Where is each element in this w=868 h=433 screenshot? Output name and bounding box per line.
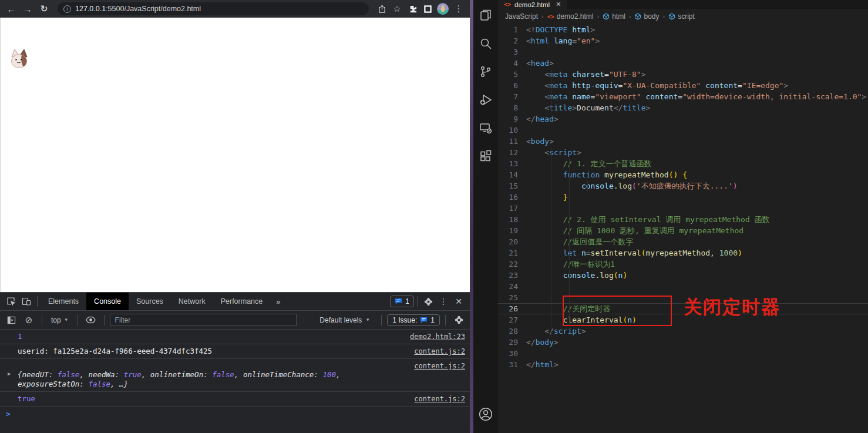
bookmark-star-icon[interactable]: ☆: [391, 3, 403, 15]
source-link[interactable]: content.js:2: [414, 361, 465, 371]
line-number: 25: [498, 292, 526, 303]
annotation-red-text: 关闭定时器: [684, 301, 780, 313]
devtools-close-icon[interactable]: ✕: [451, 294, 466, 308]
browser-menu-kebab-icon[interactable]: ⋮: [452, 2, 465, 15]
devtools-tab-sources[interactable]: Sources: [129, 293, 171, 310]
devtools-settings-gear-icon[interactable]: [420, 294, 436, 308]
run-debug-icon[interactable]: [473, 86, 498, 114]
address-bar[interactable]: i 127.0.0.1:5500/JavaScript/demo2.html: [58, 2, 369, 15]
console-toolbar: ⊘ top▼ Default levels▼ 1 Issue:: [0, 311, 470, 330]
source-link[interactable]: demo2.html:23: [410, 332, 465, 341]
breadcrumb-file[interactable]: <>demo2.html: [547, 12, 594, 21]
code-line: 23 console.log(n): [498, 270, 868, 281]
log-levels-dropdown[interactable]: Default levels▼: [314, 316, 376, 324]
console-output: demo2.html:231content.js:2userid: fa125e…: [0, 330, 470, 433]
devtools-tab-console[interactable]: Console: [86, 293, 129, 310]
symbol-cube-icon: [668, 13, 675, 20]
code-line: 15 console.log('不知疲倦的执行下去....'): [498, 180, 868, 192]
devtools-tab-network[interactable]: Network: [171, 293, 213, 310]
line-number: 6: [498, 80, 526, 91]
indent-guide: [587, 180, 588, 192]
remote-explorer-icon[interactable]: [473, 114, 498, 142]
explorer-icon[interactable]: [473, 1, 498, 29]
share-icon[interactable]: [376, 3, 388, 15]
devtools-tab-elements[interactable]: Elements: [41, 293, 86, 310]
extensions-icon[interactable]: [473, 142, 498, 170]
console-row: content.js:2userid: fa125e2a-d24a-f966-e…: [0, 344, 470, 359]
back-button[interactable]: ←: [5, 2, 18, 15]
source-link[interactable]: content.js:2: [414, 394, 465, 404]
devtools-tab-performance[interactable]: Performance: [213, 293, 271, 310]
devtools-tabbar: ElementsConsoleSourcesNetworkPerformance…: [0, 293, 470, 311]
code-line: 4<head>: [498, 58, 868, 69]
code-line: 20 //返回值是一个数字: [498, 236, 868, 247]
source-control-icon[interactable]: [473, 58, 498, 86]
site-info-icon[interactable]: i: [63, 5, 71, 13]
line-number: 14: [498, 169, 526, 180]
code-line: 22 //唯一标识为1: [498, 259, 868, 270]
context-selector[interactable]: top▼: [48, 316, 72, 324]
more-tabs-icon[interactable]: »: [270, 297, 286, 306]
code-line: 27 clearInterval(n): [498, 314, 868, 325]
code-editor: 1<!DOCTYPE html>2<html lang="en">34<head…: [498, 24, 868, 433]
device-toolbar-icon[interactable]: [19, 294, 34, 308]
breadcrumb-folder[interactable]: JavaScript: [505, 12, 538, 21]
tab-demo2-html[interactable]: <> demo2.html ✕: [498, 0, 567, 9]
code-line: 9</head>: [498, 113, 868, 125]
activity-bar: [473, 0, 498, 433]
console-filter-input[interactable]: [110, 314, 297, 326]
code-line: 8 <title>Document</title>: [498, 102, 868, 113]
console-row: content.js:2▶{needUT: false, needWa: tru…: [0, 359, 470, 392]
screen: ← → ↻ i 127.0.0.1:5500/JavaScript/demo2.…: [0, 0, 868, 433]
code-line: 31</html>: [498, 359, 868, 370]
profile-avatar[interactable]: [437, 3, 449, 15]
code-line: 7 <meta name="viewport" content="width=d…: [498, 91, 868, 102]
console-sidebar-icon[interactable]: [4, 313, 19, 327]
code-line: 1<!DOCTYPE html>: [498, 24, 868, 35]
line-number: 18: [498, 214, 526, 225]
code-line: 25: [498, 292, 868, 303]
line-number: 7: [498, 91, 526, 102]
indent-guide: [551, 147, 551, 337]
line-number: 8: [498, 102, 526, 113]
line-number: 20: [498, 236, 526, 247]
code-line: 2<html lang="en">: [498, 35, 868, 46]
reload-button[interactable]: ↻: [38, 2, 51, 15]
line-number: 4: [498, 58, 526, 69]
console-messages-badge[interactable]: 1: [390, 296, 414, 307]
code-line: 26 //关闭定时器: [498, 303, 868, 314]
indent-guide: [551, 69, 551, 113]
line-number: 17: [498, 203, 526, 214]
clear-console-icon[interactable]: ⊘: [21, 313, 36, 327]
source-link[interactable]: content.js:2: [414, 347, 465, 356]
line-number: 9: [498, 113, 526, 125]
console-prompt[interactable]: >: [0, 407, 470, 421]
code-line: 3: [498, 46, 868, 58]
live-expression-eye-icon[interactable]: [83, 313, 99, 327]
issues-counter[interactable]: 1 Issue: 1: [387, 314, 440, 326]
devtools-tabs: ElementsConsoleSourcesNetworkPerformance: [41, 293, 270, 310]
account-icon[interactable]: [473, 400, 498, 428]
search-icon[interactable]: [473, 29, 498, 58]
line-number: 11: [498, 136, 526, 147]
console-settings-gear-icon[interactable]: [451, 313, 466, 327]
breadcrumb-body[interactable]: body: [634, 12, 659, 21]
cat-image: [10, 49, 29, 69]
line-number: 31: [498, 359, 526, 370]
expand-triangle-icon[interactable]: ▶: [8, 369, 11, 378]
forward-button[interactable]: →: [21, 2, 34, 15]
breadcrumb-script[interactable]: script: [668, 12, 695, 21]
html-file-icon: <>: [547, 14, 554, 20]
console-row: demo2.html:231: [0, 330, 470, 344]
editor-tabbar: <> demo2.html ✕: [498, 0, 868, 9]
line-number: 19: [498, 225, 526, 236]
line-number: 29: [498, 337, 526, 348]
inspect-element-icon[interactable]: [4, 294, 19, 308]
extensions-puzzle-icon[interactable]: [406, 3, 418, 15]
code-line: 19 // 间隔 1000 毫秒, 重复调用 myrepeatMethod: [498, 225, 868, 236]
devtools-menu-kebab-icon[interactable]: ⋮: [436, 294, 451, 308]
breadcrumb-html[interactable]: html: [603, 12, 625, 21]
tab-close-icon[interactable]: ✕: [556, 1, 561, 8]
extension-square-icon[interactable]: [422, 3, 433, 15]
symbol-cube-icon: [634, 13, 641, 20]
